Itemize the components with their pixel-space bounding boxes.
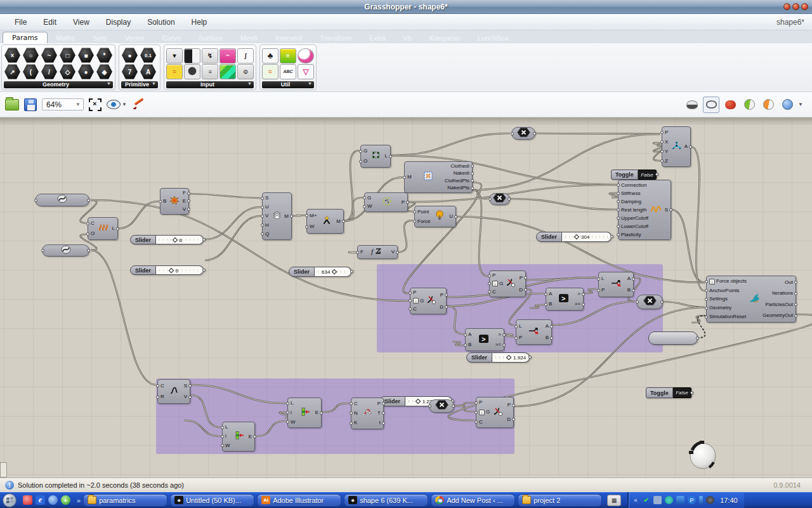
quick-launch-overflow-icon[interactable]: » — [77, 497, 81, 504]
toggle-value[interactable]: False — [673, 387, 691, 398]
output-port-Iterations[interactable] — [794, 292, 797, 295]
selected-preview-orange-icon[interactable] — [760, 97, 776, 113]
input-port-H[interactable] — [261, 224, 264, 227]
open-file-icon[interactable] — [5, 99, 19, 110]
close-button[interactable] — [801, 3, 808, 10]
zoom-level-select[interactable]: 64% ▼ — [42, 98, 84, 110]
input-port-G[interactable] — [475, 411, 478, 414]
number-slider-icon[interactable]: ▾ — [166, 48, 183, 64]
slider-grip[interactable] — [574, 234, 579, 239]
input-port-W[interactable] — [221, 444, 224, 447]
weld-mesh[interactable]: M+WM — [306, 209, 344, 234]
rotate-widget[interactable] — [685, 438, 721, 476]
output-port-GeometryOut[interactable] — [794, 314, 797, 318]
output-port[interactable] — [87, 199, 90, 202]
pull-point-3[interactable]: P↓GCPD — [476, 397, 514, 428]
quicklaunch-ie-icon[interactable]: e — [36, 495, 45, 505]
tray-chevron-icon[interactable]: « — [634, 497, 639, 504]
input-port-O[interactable] — [86, 232, 89, 236]
tab-maths[interactable]: Maths — [48, 33, 84, 43]
tab-surface[interactable]: Surface — [190, 33, 232, 43]
toggle-reset[interactable]: ToggleFalse — [646, 387, 691, 398]
taskbar-item-6[interactable]: project 2 — [518, 494, 602, 507]
input-port-B[interactable] — [159, 200, 162, 203]
network-radio-icon[interactable] — [653, 496, 662, 504]
input-port-G[interactable] — [488, 282, 491, 285]
input-port-i[interactable] — [221, 435, 224, 438]
quicklaunch-app-1-icon[interactable] — [23, 495, 32, 505]
list-item-2[interactable]: LiWE — [287, 398, 322, 428]
deconstruct-brep[interactable]: BFEV — [160, 188, 189, 215]
selected-preview-green-icon[interactable] — [741, 97, 757, 113]
panel-expand-icon[interactable]: ▼ — [152, 81, 156, 86]
phone-bar-icon[interactable] — [699, 496, 703, 505]
output-port-ParticlesOut[interactable] — [794, 303, 797, 306]
input-port-W[interactable] — [305, 225, 308, 229]
input-port-P[interactable] — [660, 131, 664, 134]
output-port-L[interactable] — [116, 227, 119, 231]
input-port-Connection[interactable] — [617, 184, 620, 187]
slider-grip[interactable] — [168, 267, 173, 272]
cluster-icon[interactable] — [298, 48, 314, 64]
preview-wireframe-icon[interactable] — [703, 97, 719, 113]
circle-param-icon[interactable]: ○ — [22, 48, 39, 64]
output-port-D[interactable] — [512, 418, 515, 421]
panel-expand-icon[interactable]: ▼ — [247, 81, 252, 86]
input-port-Force[interactable] — [413, 220, 416, 223]
unary-force[interactable]: PointForceU — [414, 206, 456, 227]
preview-shaded-icon[interactable] — [722, 97, 738, 113]
mesh-surface[interactable]: SUVHQM — [262, 192, 292, 240]
input-port-LowerCutoff[interactable] — [617, 225, 620, 228]
input-port-R[interactable] — [156, 396, 159, 399]
text-param-icon[interactable]: A — [140, 64, 157, 80]
slider-8[interactable]: Slider8 — [130, 235, 204, 244]
input-port-N[interactable] — [350, 411, 353, 415]
output-port-P[interactable] — [445, 293, 448, 297]
tab-sets[interactable]: Sets — [84, 33, 116, 43]
scribble-icon[interactable]: ≈ — [166, 64, 183, 79]
zoom-extents-icon[interactable] — [89, 98, 102, 111]
output-port->[interactable] — [582, 293, 585, 296]
output-port-P[interactable] — [382, 402, 385, 405]
input-port-L[interactable] — [221, 426, 224, 429]
panel-icon[interactable]: ≡ — [202, 64, 218, 79]
dispatch-2[interactable]: LPAB — [516, 319, 552, 345]
output-port-NakedI[interactable] — [471, 172, 474, 175]
minimize-button[interactable] — [783, 3, 790, 10]
toggle-anchor[interactable]: ToggleFalse — [611, 170, 657, 180]
slider-grip[interactable] — [172, 237, 177, 242]
input-port-A[interactable] — [544, 293, 547, 296]
output-port-T[interactable] — [382, 411, 385, 415]
boolean-toggle-icon[interactable] — [184, 48, 200, 64]
mesh-corners[interactable]: GOL — [360, 145, 391, 168]
output-port[interactable] — [610, 235, 613, 238]
knob-icon[interactable]: ● — [184, 64, 200, 79]
output-port-ClothedI[interactable] — [471, 164, 474, 168]
tab-lunchbox[interactable]: LunchBox — [469, 33, 518, 43]
slider-track[interactable]: 634 — [315, 267, 351, 277]
input-port-K[interactable] — [350, 422, 353, 425]
input-port-Z[interactable] — [660, 159, 664, 163]
slider-6[interactable]: Slider6 — [130, 265, 204, 275]
input-port-C[interactable] — [350, 402, 353, 405]
tab-vector[interactable]: Vector — [116, 33, 154, 43]
output-port-P[interactable] — [406, 201, 409, 204]
input-port-M+[interactable] — [305, 214, 308, 217]
panel-expand-icon[interactable]: ▼ — [308, 81, 312, 86]
input-port-B[interactable] — [464, 344, 467, 347]
flatten-icon[interactable]: ↓ — [492, 281, 498, 286]
taskbar-item-1[interactable]: paramatrics — [83, 494, 167, 507]
geometry-param-icon[interactable]: × — [4, 48, 21, 64]
boolean-param-icon[interactable]: ● — [121, 48, 138, 64]
input-port-Q[interactable] — [261, 232, 264, 236]
input-port-P[interactable] — [488, 274, 491, 277]
menu-display[interactable]: Display — [98, 18, 139, 27]
keyboard-icon[interactable]: ▦ — [607, 495, 621, 506]
jagged-graph-icon[interactable]: ↯ — [202, 48, 218, 64]
tab-vb[interactable]: Vb — [395, 33, 421, 43]
curve-param-icon[interactable]: ~ — [41, 48, 58, 64]
interweave[interactable]: COL — [88, 217, 118, 240]
save-file-icon[interactable] — [24, 98, 37, 111]
input-port-X[interactable] — [660, 140, 664, 144]
slider-grip[interactable] — [506, 355, 511, 360]
